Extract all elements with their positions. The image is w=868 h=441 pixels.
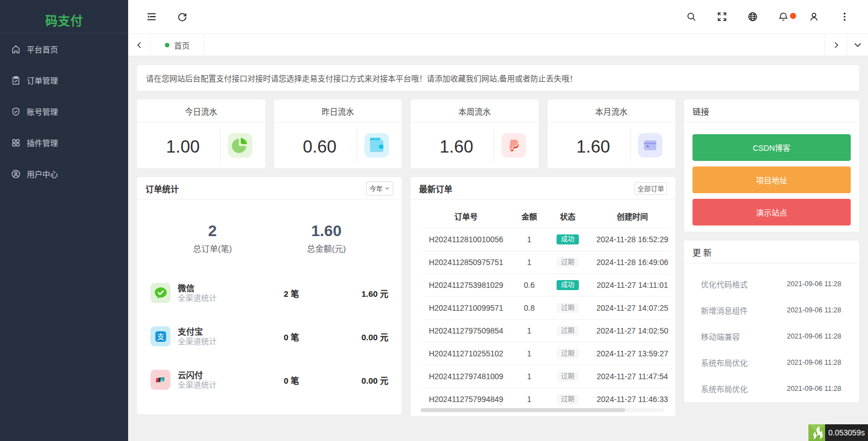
svg-text:支: 支 [157,332,164,341]
svg-text:云: 云 [159,378,163,383]
